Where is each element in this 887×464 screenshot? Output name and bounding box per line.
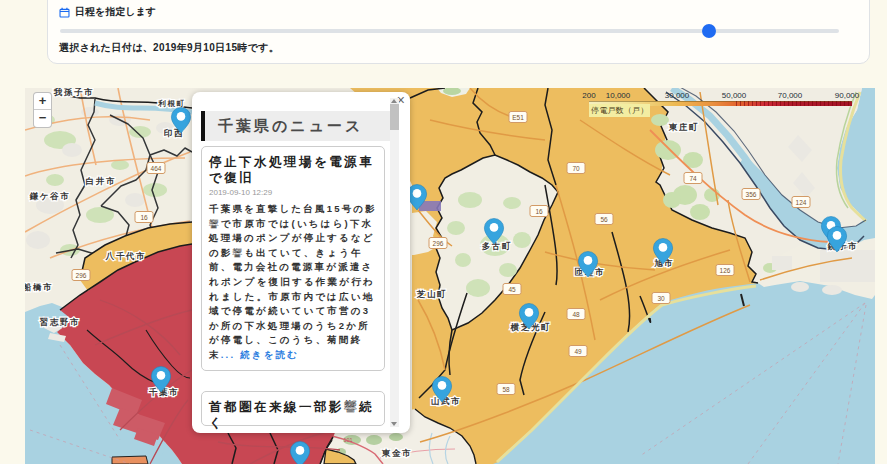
svg-text:東金市: 東金市 <box>381 448 412 458</box>
svg-text:船橋市: 船橋市 <box>25 282 53 292</box>
svg-text:白井市: 白井市 <box>86 176 116 186</box>
svg-text:356: 356 <box>746 191 757 198</box>
svg-text:習志野市: 習志野市 <box>39 317 80 327</box>
svg-text:30: 30 <box>657 295 665 302</box>
svg-text:124: 124 <box>796 199 807 206</box>
svg-text:16: 16 <box>535 208 543 215</box>
svg-text:多古町: 多古町 <box>482 241 512 251</box>
svg-text:芝山町: 芝山町 <box>416 289 447 299</box>
svg-text:我孫子市: 我孫子市 <box>53 88 94 97</box>
svg-text:E51: E51 <box>512 114 524 121</box>
svg-text:16: 16 <box>140 214 148 221</box>
svg-text:296: 296 <box>76 272 87 279</box>
svg-text:48: 48 <box>572 311 580 318</box>
svg-text:464: 464 <box>151 165 162 172</box>
svg-text:八千代市: 八千代市 <box>105 251 146 261</box>
svg-text:49: 49 <box>574 348 582 355</box>
svg-text:鎌ケ谷市: 鎌ケ谷市 <box>29 191 71 201</box>
svg-text:70: 70 <box>572 165 580 172</box>
svg-text:101: 101 <box>343 437 352 443</box>
svg-text:74: 74 <box>689 175 697 182</box>
svg-text:56: 56 <box>600 216 608 223</box>
svg-text:58: 58 <box>502 386 510 393</box>
svg-text:45: 45 <box>508 286 516 293</box>
svg-text:利根町: 利根町 <box>157 99 185 108</box>
svg-text:126: 126 <box>720 267 731 274</box>
svg-text:東庄町: 東庄町 <box>668 122 699 132</box>
svg-text:296: 296 <box>433 240 444 247</box>
